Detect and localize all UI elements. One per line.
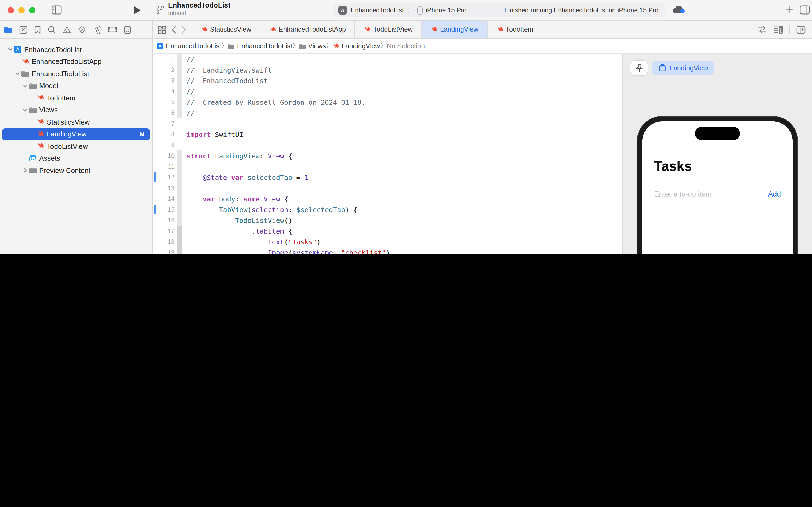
breadcrumb-segment-no-selection[interactable]: No Selection [387,42,425,50]
breadcrumb-segment-enhancedtodolist[interactable]: EnhancedTodoList [157,42,221,50]
line-number: 4 [156,88,175,95]
fold-ribbon[interactable] [177,107,181,118]
preview-target-chip[interactable]: LandingView [652,61,714,75]
fold-ribbon[interactable] [177,172,181,183]
fold-ribbon[interactable] [177,150,181,161]
fold-ribbon[interactable] [177,183,181,193]
toggle-left-sidebar-icon[interactable] [52,5,62,14]
fold-ribbon[interactable] [177,118,181,129]
disclosure-chevron-icon[interactable] [22,168,28,173]
swift-file-icon [363,26,370,33]
back-icon[interactable] [171,25,176,34]
code-line-10[interactable]: 10struct LandingView: View { [153,150,623,161]
editor-tab-todolistview[interactable]: TodoListView [355,21,422,38]
navigator-search-icon[interactable] [48,25,56,34]
sidebar-item-enhancedtodolist[interactable]: EnhancedTodoList [2,68,150,80]
code-line-7[interactable]: 7 [153,118,623,129]
code-line-11[interactable]: 11 [153,161,623,172]
code-line-3[interactable]: 3// EnhancedTodoList [153,75,623,86]
fold-ribbon[interactable] [177,236,181,247]
code-line-14[interactable]: 14 var body: some View { [153,193,623,204]
scheme-bar[interactable]: A EnhancedTodoList 〉 iPhone 15 Pro Finis… [333,3,665,17]
disclosure-chevron-icon[interactable] [22,84,28,88]
split-editor-icon[interactable] [797,25,806,34]
code-line-19[interactable]: 19 Image(systemName: "checklist") [153,247,623,253]
code-line-6[interactable]: 6// [153,107,623,118]
fold-ribbon[interactable] [177,226,181,236]
code-line-16[interactable]: 16 TodoListView() [153,215,623,226]
fold-ribbon[interactable] [177,193,181,204]
sidebar-item-enhancedtodolistapp[interactable]: EnhancedTodoListApp [2,56,150,68]
sidebar-item-enhancedtodolist[interactable]: EnhancedTodoList [2,44,150,56]
code-line-13[interactable]: 13 [153,183,623,193]
code-review-icon[interactable] [758,26,767,33]
close-window-button[interactable] [7,7,14,13]
fold-ribbon[interactable] [177,97,181,107]
code-line-1[interactable]: 1// [153,54,623,64]
editor-tab-enhancedtodolistapp[interactable]: EnhancedTodoListApp [260,21,355,38]
sidebar-item-views[interactable]: Views [2,104,150,116]
code-line-17[interactable]: 17 .tabItem { [153,226,623,236]
sidebar-item-assets[interactable]: Assets [2,152,150,164]
pin-preview-button[interactable] [631,61,648,75]
sidebar-item-todoitem[interactable]: TodoItem [2,92,150,104]
fold-ribbon[interactable] [177,139,181,150]
navigator-x-square-icon[interactable] [19,25,27,34]
sidebar-item-todolistview[interactable]: TodoListView [2,140,150,152]
code-line-5[interactable]: 5// Created by Russell Gordon on 2024-01… [153,97,623,107]
sidebar-item-model[interactable]: Model [2,80,150,92]
code-line-8[interactable]: 8import SwiftUI [153,129,623,139]
swift-icon [333,43,339,49]
breadcrumb-segment-enhancedtodolist[interactable]: EnhancedTodoList [228,42,292,50]
fold-ribbon[interactable] [177,86,181,97]
fold-ribbon[interactable] [177,161,181,172]
fold-ribbon[interactable] [177,75,181,86]
navigator-spray-icon[interactable] [93,25,101,34]
navigator-warning-icon[interactable] [63,25,71,34]
run-button[interactable] [134,6,141,14]
sidebar-item-landingview[interactable]: LandingViewM [2,128,150,140]
add-todo-button[interactable]: Add [768,190,781,198]
code-line-4[interactable]: 4// [153,86,623,97]
code-line-15[interactable]: 15 TabView(selection: $selectedTab) { [153,204,623,215]
forward-icon[interactable] [181,25,186,34]
minimap-icon[interactable] [773,25,783,34]
fold-ribbon[interactable] [177,215,181,226]
breadcrumb-segment-landingview[interactable]: LandingView [333,42,380,50]
fold-ribbon[interactable] [177,247,181,253]
sidebar-item-label: TodoListView [47,142,88,150]
code-line-9[interactable]: 9 [153,139,623,150]
toggle-right-sidebar-icon[interactable] [800,5,810,14]
fold-ribbon[interactable] [177,129,181,139]
fold-ribbon[interactable] [177,64,181,75]
editor-tab-landingview[interactable]: LandingView [422,21,487,38]
editor-tab-todoitem[interactable]: TodoItem [487,21,543,38]
scheme-name[interactable]: EnhancedTodoList [351,6,404,14]
code-line-12[interactable]: 12 @State var selectedTab = 1 [153,172,623,183]
code-text: // LandingView.swift [181,66,272,74]
sidebar-item-preview-content[interactable]: Preview Content [2,164,150,176]
breadcrumb-segment-views[interactable]: Views [299,42,326,50]
minimize-window-button[interactable] [18,7,25,13]
navigator-folder-icon[interactable] [4,26,12,33]
fold-ribbon[interactable] [177,204,181,215]
disclosure-chevron-icon[interactable] [22,109,28,112]
navigator-bookmark-icon[interactable] [35,25,41,34]
disclosure-chevron-icon[interactable] [7,48,13,51]
navigator-capsule-icon[interactable] [108,26,117,33]
add-editor-tab-button[interactable] [785,6,793,14]
todo-input[interactable]: Enter a to-do item [654,190,712,198]
editor-tab-statisticsview[interactable]: StatisticsView [192,21,260,38]
code-line-2[interactable]: 2// LandingView.swift [153,64,623,75]
disclosure-chevron-icon[interactable] [15,72,20,75]
code-line-18[interactable]: 18 Text("Tasks") [153,236,623,247]
source-editor[interactable]: 1//2// LandingView.swift3// EnhancedTodo… [153,54,623,253]
destination-name[interactable]: iPhone 15 Pro [426,6,467,14]
sidebar-item-statisticsview[interactable]: StatisticsView [2,116,150,128]
zoom-window-button[interactable] [29,7,36,13]
navigator-diamond-check-icon[interactable] [78,25,86,34]
navigator-list-icon[interactable] [124,25,131,34]
change-marker-empty [154,54,156,64]
related-items-icon[interactable] [158,25,166,34]
fold-ribbon[interactable] [177,54,181,64]
